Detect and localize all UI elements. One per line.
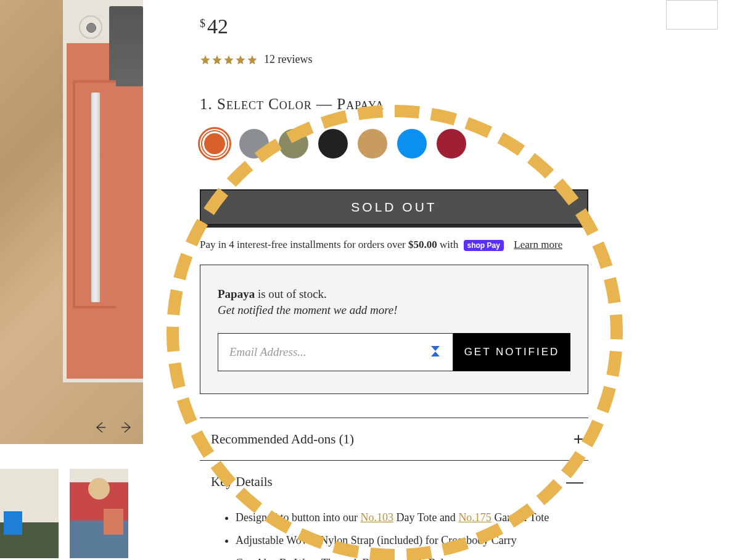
star-icons — [200, 54, 258, 65]
accordion-key-details-title: Key Details — [211, 474, 273, 490]
accordion-addons-header[interactable]: Recommended Add-ons (1) + — [200, 418, 588, 460]
key-details-list: Designed to button into our No.103 Day T… — [200, 503, 588, 560]
accordion-key-details: Key Details — Designed to button into ou… — [200, 461, 588, 560]
star-icon — [247, 54, 258, 65]
list-item: Can Also Be Worn Through Belt Loops Or B… — [236, 552, 588, 560]
sold-out-button: SOLD OUT — [200, 189, 588, 225]
list-item: Designed to button into our No.103 Day T… — [236, 506, 588, 529]
notify-subtext: Get notified the moment we add more! — [218, 303, 570, 317]
get-notified-button[interactable]: GET NOTIFIED — [453, 333, 570, 371]
rating-row[interactable]: 12 reviews — [200, 53, 740, 66]
selected-color-name: Papaya — [337, 96, 384, 112]
swatch-grey[interactable] — [239, 129, 269, 159]
swatch-tan[interactable] — [358, 129, 387, 159]
color-swatches — [200, 129, 740, 159]
swatch-burgundy[interactable] — [437, 129, 466, 159]
oos-variant: Papaya — [218, 287, 255, 300]
price-amount: 42 — [207, 15, 228, 38]
learn-more-link[interactable]: Learn more — [514, 239, 562, 250]
out-of-stock-line: Papaya is out of stock. — [218, 287, 570, 301]
star-icon — [212, 54, 223, 65]
select-color-prefix: 1. Select Color — — [200, 96, 337, 112]
installments-mid: with — [437, 239, 461, 250]
minus-icon: — — [566, 472, 583, 492]
star-icon — [200, 54, 211, 65]
review-count: 12 reviews — [264, 53, 312, 66]
installments-threshold: $50.00 — [408, 239, 437, 250]
price: $42 — [200, 15, 740, 38]
list-item: Adjustable Woven Nylon Strap (included) … — [236, 529, 588, 552]
currency-symbol: $ — [200, 17, 205, 30]
accordion-addons: Recommended Add-ons (1) + — [200, 418, 588, 461]
shop-pay-badge: shop Pay — [464, 240, 504, 251]
accordion-key-details-header[interactable]: Key Details — — [200, 461, 588, 503]
product-page: $42 12 reviews 1. Select Color — Papaya … — [0, 0, 740, 560]
notify-box: Papaya is out of stock. Get notified the… — [200, 265, 588, 394]
thumbnail-row — [0, 469, 143, 558]
installments-prefix: Pay in 4 interest-free installments for … — [200, 239, 408, 250]
image-gallery — [0, 0, 143, 560]
thumbnail-1[interactable] — [0, 469, 59, 558]
next-image-arrow[interactable] — [119, 420, 134, 435]
product-details: $42 12 reviews 1. Select Color — Papaya … — [143, 0, 740, 560]
plus-icon: + — [574, 429, 583, 449]
product-link[interactable]: No.103 — [360, 511, 393, 524]
select-color-heading: 1. Select Color — Papaya — [200, 96, 740, 113]
swatch-black[interactable] — [318, 129, 348, 159]
star-icon — [223, 54, 234, 65]
email-placeholder: Email Address... — [229, 345, 306, 359]
email-input[interactable]: Email Address... — [218, 333, 453, 371]
star-icon — [235, 54, 246, 65]
installments-text: Pay in 4 interest-free installments for … — [200, 239, 740, 251]
email-row: Email Address... GET NOTIFIED — [218, 333, 570, 371]
swatch-papaya[interactable] — [200, 129, 229, 159]
product-link[interactable]: No.175 — [458, 511, 491, 524]
thumbnail-2[interactable] — [70, 469, 128, 558]
main-product-image[interactable] — [0, 0, 143, 444]
accordion-addons-title: Recommended Add-ons (1) — [211, 432, 354, 447]
oos-suffix: is out of stock. — [255, 287, 327, 300]
hourglass-icon — [429, 346, 442, 358]
swatch-olive[interactable] — [279, 129, 308, 159]
prev-image-arrow[interactable] — [93, 420, 108, 435]
swatch-blue[interactable] — [397, 129, 427, 159]
